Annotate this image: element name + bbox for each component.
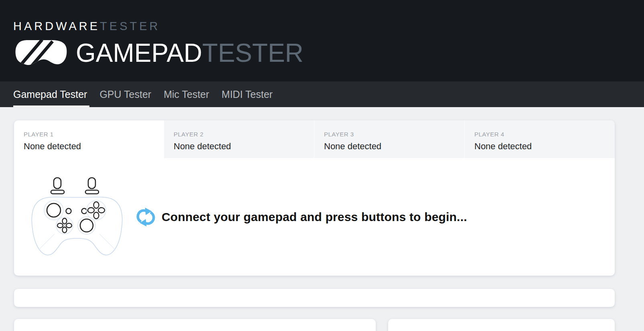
player-1-status: None detected <box>24 141 164 152</box>
nav-item-midi-tester[interactable]: MIDI Tester <box>222 81 273 107</box>
brand-primary: HARDWARE <box>13 20 100 32</box>
bottom-right-panel <box>388 319 615 331</box>
site-brand-link[interactable]: HARDWARETESTER <box>13 20 644 33</box>
player-3-label: PLAYER 3 <box>324 131 464 138</box>
page-title-secondary: TESTER <box>202 39 303 67</box>
nav-item-gamepad-tester[interactable]: Gamepad Tester <box>13 81 87 107</box>
gamepad-panel-body: Connect your gamepad and press buttons t… <box>14 158 615 276</box>
gamepad-outline-illustration <box>29 173 125 261</box>
content-area: PLAYER 1 None detected PLAYER 2 None det… <box>0 120 644 331</box>
nav-item-gpu-tester[interactable]: GPU Tester <box>99 81 151 107</box>
player-2-status: None detected <box>174 141 314 152</box>
player-tabs: PLAYER 1 None detected PLAYER 2 None det… <box>14 120 615 158</box>
connect-message: Connect your gamepad and press buttons t… <box>136 207 467 227</box>
page-title-row: GAMEPADTESTER <box>13 39 644 67</box>
bottom-left-panel <box>14 319 376 331</box>
bottom-row <box>14 319 615 331</box>
player-tab-4[interactable]: PLAYER 4 None detected <box>464 120 615 158</box>
player-4-label: PLAYER 4 <box>474 131 615 138</box>
player-tab-1[interactable]: PLAYER 1 None detected <box>14 120 164 158</box>
player-2-label: PLAYER 2 <box>174 131 314 138</box>
brand-secondary: TESTER <box>100 20 160 32</box>
page-title-primary: GAMEPAD <box>76 39 202 67</box>
site-header: HARDWARETESTER GAMEPA <box>0 0 644 81</box>
player-4-status: None detected <box>474 141 615 152</box>
page-title: GAMEPADTESTER <box>76 39 304 67</box>
player-tab-3[interactable]: PLAYER 3 None detected <box>314 120 464 158</box>
player-3-status: None detected <box>324 141 464 152</box>
page: HARDWARETESTER GAMEPA <box>0 0 644 331</box>
connect-message-text: Connect your gamepad and press buttons t… <box>162 210 467 224</box>
player-1-label: PLAYER 1 <box>24 131 164 138</box>
refresh-icon <box>136 207 155 227</box>
nav-item-mic-tester[interactable]: Mic Tester <box>164 81 209 107</box>
empty-panel <box>14 289 615 307</box>
gamepad-panel: PLAYER 1 None detected PLAYER 2 None det… <box>14 120 615 276</box>
player-tab-2[interactable]: PLAYER 2 None detected <box>164 120 314 158</box>
main-nav: Gamepad Tester GPU Tester Mic Tester MID… <box>0 81 644 107</box>
gamepad-logo-icon <box>13 39 69 67</box>
